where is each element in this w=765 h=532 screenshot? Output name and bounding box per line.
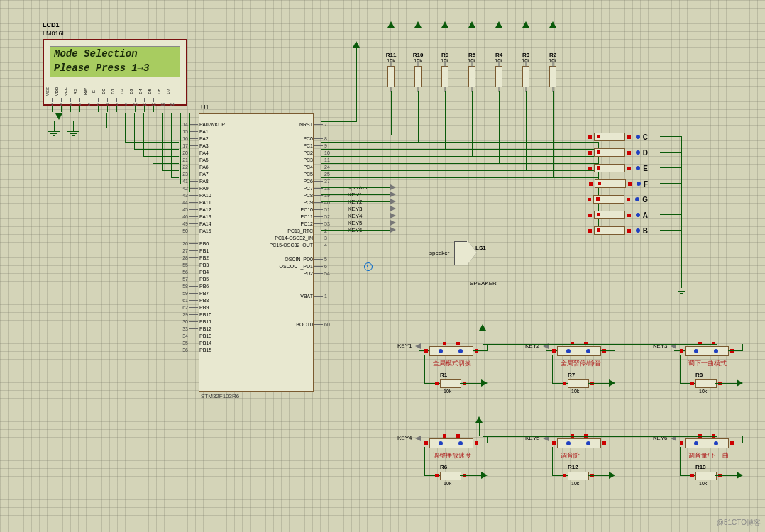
led: F [589,178,648,189]
speaker-ref: LS1 [475,245,486,251]
mcu-pin: 57PB5 [178,276,209,282]
key-block: KEY4 调整播放速度 R6 10k [397,433,522,504]
resistor [695,472,717,480]
switch-icon[interactable] [557,438,601,448]
led: D [588,147,648,158]
vcc-icon [55,113,62,120]
led: B [588,225,648,236]
mcu-pin: 28PB2 [178,255,209,261]
vcc-row [383,21,561,28]
mcu-pin: PD254 [303,270,334,277]
mcu-pin: PC311 [303,157,334,163]
lcd-pin: RW 5 [84,85,94,112]
resistor [440,472,461,480]
mcu: U1 STM32F103R6 14PA0-WKUP15PA116PA217PA3… [199,113,314,392]
mcu-pin: OSCOUT_PD16 [280,263,334,270]
mcu-pin: PC210 [303,150,334,156]
mcu-pin: 36PB15 [178,347,211,353]
mcu-pin: 14PA0-WKUP [178,121,225,128]
mcu-pin: 45PA12 [178,206,211,213]
mcu-pin: 16PA2 [178,135,209,142]
resistor [695,379,717,388]
mcu-pin: PC839 [303,192,334,199]
lcd-ref: LCD1 [43,21,60,28]
mcu-pin: 27PB1 [178,248,209,254]
resistor: R1110k [383,39,399,90]
speaker-net: speaker [429,250,449,256]
mcu-pin: 56PB4 [178,269,209,275]
mcu-pin: 55PB3 [178,262,209,268]
mcu-pin: PC1051 [300,206,334,213]
resistor [440,379,461,388]
lcd-pin: D7 14 [167,85,177,112]
speaker [454,241,468,265]
mcu-pin: 33PB12 [178,326,211,332]
resistor: R1010k [410,39,426,90]
resistor: R910k [437,39,453,90]
switch-icon[interactable] [429,346,473,356]
mcu-pin: PC525 [303,171,334,177]
switch-icon[interactable] [685,438,729,448]
wire [483,436,717,437]
arrow-icon [390,192,396,197]
mcu-pin: 22PA6 [178,164,209,170]
vcc-icon [522,21,529,28]
mcu-pin: BOOT060 [296,321,334,328]
mcu-pin: 15PA1 [178,128,209,135]
lcd-screen: Mode Selection Please Press 1→3 [50,46,180,77]
wire [321,121,356,122]
mcu-part: STM32F103R6 [201,393,239,399]
mcu-pin: 29PB10 [178,311,211,318]
switch-icon[interactable] [557,346,601,356]
key-block: KEY3 调下一曲模式 R8 10k [653,340,765,411]
mcu-pin: VBAT1 [300,293,334,299]
mcu-pin: PC738 [303,185,334,192]
led: C [588,131,648,143]
arrow-icon [390,206,396,211]
arrow-icon [390,227,396,233]
led: A [588,209,648,221]
resistor-row: R1110kR1010kR910kR510kR410kR310kR210k [383,39,561,90]
mcu-pin: 46PA13 [178,214,211,220]
mcu-pin: PC940 [303,199,334,206]
wire [483,344,717,345]
mcu-pin: 23PA7 [178,171,209,177]
gnd-icon [676,278,687,294]
resistor [568,379,589,388]
key-block: KEY1 全局模式切换 R1 10k [397,340,522,411]
vcc-icon [414,21,422,28]
mcu-pin: 30PB11 [178,318,211,325]
mcu-pin: 44PA11 [178,199,211,206]
wire [483,330,483,344]
mcu-pin: 61PB8 [178,297,209,304]
vcc-icon [549,21,556,28]
vcc-icon [479,324,486,331]
mcu-pin: PC1253 [300,221,334,227]
mcu-pin: 42PA9 [178,185,209,192]
mcu-pin: 43PA10 [178,192,211,199]
mcu-pin: 58PB6 [178,283,209,289]
lcd-pins: VSS 1 VDD 2 VEE 3 RS 4 [48,85,177,112]
mcu-pin: PC14-OSC32_IN3 [275,235,334,241]
mcu-pin: 62PB9 [178,304,209,311]
vcc-icon [495,21,502,28]
mcu-pin: PC1152 [300,214,334,220]
mcu-pin: PC13_RTC2 [287,228,334,234]
mcu-pin: 59PB7 [178,290,209,297]
wire [681,136,682,278]
mcu-pin: PC08 [303,135,334,142]
mcu-pin: NRST7 [299,121,334,128]
led: G [588,194,648,205]
switch-icon[interactable] [685,346,729,356]
arrow-icon [390,213,396,218]
gnd-icon [48,121,60,136]
vcc-icon [475,416,483,423]
mcu-pin: OSCIN_PD05 [285,256,334,262]
mcu-pin: 20PA4 [178,150,209,156]
probe-icon [364,262,371,270]
key-block: KEY2 全局暂停/静音 R7 10k [525,340,649,411]
switch-icon[interactable] [429,438,473,448]
resistor: R510k [464,39,480,90]
mcu-pin: PC19 [303,143,334,149]
mcu-pin: 26PB0 [178,240,209,247]
